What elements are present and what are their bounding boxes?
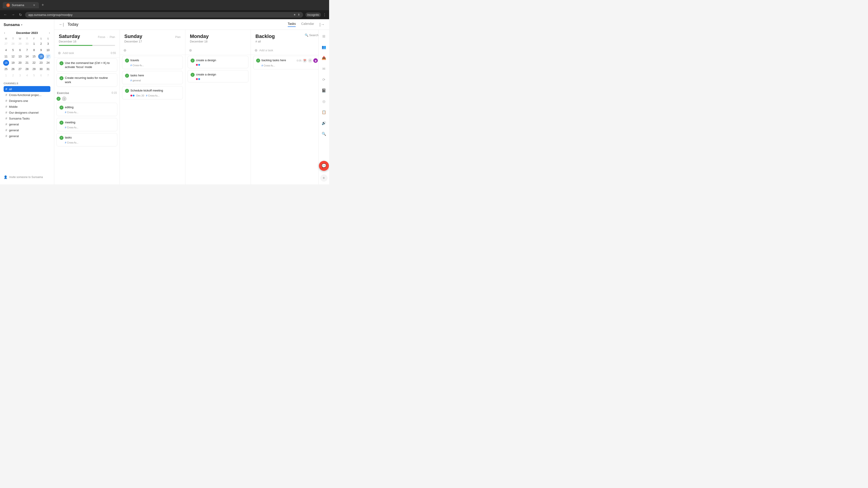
tab-tasks[interactable]: Tasks (288, 22, 296, 27)
channel-general-2[interactable]: # general (4, 127, 51, 133)
saturday-task-meeting[interactable]: meeting # Cross-fu... (57, 118, 117, 131)
channel-sunsama-tasks[interactable]: # Sunsama Tasks (4, 116, 51, 121)
cal-day-18[interactable]: 18 (3, 60, 9, 66)
sunday-task-tasks-here[interactable]: tasks here # general (122, 71, 183, 84)
add-fab-btn[interactable]: + (320, 174, 328, 182)
cal-day-10[interactable]: 10 (45, 47, 51, 53)
cal-day-30[interactable]: 30 (24, 41, 30, 47)
target-icon[interactable]: ◎ (320, 98, 328, 105)
cal-day-15[interactable]: 15 (31, 54, 37, 59)
reload-btn[interactable]: ↻ (18, 12, 23, 18)
cal-day-14[interactable]: 14 (24, 54, 30, 59)
task-check-tasks[interactable] (59, 136, 64, 140)
cal-day-4[interactable]: 4 (3, 47, 9, 53)
cal-day-5[interactable]: 5 (10, 47, 16, 53)
cal-day-9[interactable]: 9 (38, 47, 44, 53)
inbox-icon[interactable]: 📥 (320, 54, 328, 61)
cal-day-n7[interactable]: 7 (45, 72, 51, 78)
cal-day-20[interactable]: 20 (17, 60, 23, 66)
channel-general-3[interactable]: # general (4, 133, 51, 139)
cal-day-n6[interactable]: 6 (38, 72, 44, 78)
cal-day-29[interactable]: 29 (17, 41, 23, 47)
forward-nav-btn[interactable]: → (10, 12, 16, 18)
cal-day-28b[interactable]: 28 (24, 66, 30, 72)
cal-day-29b[interactable]: 29 (31, 66, 37, 72)
task-check-design-2[interactable] (191, 73, 195, 77)
backlog-task-1[interactable]: backlog tasks here 0:05 📅 ⏱ ◉ # (253, 56, 318, 69)
exercise-check[interactable] (57, 97, 61, 101)
cal-day-30b[interactable]: 30 (38, 66, 44, 72)
task-check-design-1[interactable] (191, 59, 195, 63)
backlog-task-check[interactable] (256, 59, 260, 63)
cal-day-22[interactable]: 22 (31, 60, 37, 66)
mail-icon[interactable]: ✉ (320, 65, 328, 72)
cal-day-24[interactable]: 24 (45, 60, 51, 66)
cal-day-31[interactable]: 31 (45, 66, 51, 72)
people-icon[interactable]: 👥 (320, 43, 328, 51)
cal-next-btn[interactable]: › (48, 31, 51, 35)
chat-fab-btn[interactable]: 💬 (319, 161, 329, 171)
saturday-task-focus[interactable]: Use the command bar (Ctrl + K) to activa… (57, 59, 117, 72)
sunday-add-task-btn[interactable]: ⊕ (120, 46, 185, 55)
sunday-task-kickoff[interactable]: Schedule kickoff meeting Dec 20 # Cross-… (122, 86, 183, 99)
cal-day-8[interactable]: 8 (31, 47, 37, 53)
sync-icon[interactable]: ⟳ (320, 76, 328, 83)
profile-icon[interactable]: Incognito (305, 12, 321, 17)
task-check-kickoff[interactable] (125, 89, 129, 93)
invite-btn[interactable]: 👤 Invite someone to Sunsama (0, 173, 54, 181)
backlog-search-btn[interactable]: 🔍 Search (305, 33, 318, 37)
task-check-btn-2[interactable] (59, 76, 64, 80)
collapse-sidebar-btn[interactable]: ←| (59, 22, 64, 27)
cal-day-3[interactable]: 3 (45, 41, 51, 47)
cal-day-12[interactable]: 12 (10, 54, 16, 59)
cal-day-27[interactable]: 27 (3, 41, 9, 47)
grid-icon[interactable]: ⊞ (320, 33, 328, 40)
backlog-add-task-btn[interactable]: ⊕ Add a task (251, 46, 318, 55)
monday-task-design-1[interactable]: create a design (188, 56, 248, 68)
cal-day-16[interactable]: 16 (38, 54, 44, 59)
saturday-task-editing[interactable]: editing # Cross-fu... (57, 103, 117, 116)
channel-middle[interactable]: # Middle (4, 104, 51, 109)
cal-day-13[interactable]: 13 (17, 54, 23, 59)
monday-task-design-2[interactable]: create a design (188, 70, 248, 83)
cal-day-11[interactable]: 11 (3, 54, 9, 59)
cal-day-26[interactable]: 26 (10, 66, 16, 72)
saturday-add-task-btn[interactable]: ⊕ Add task 0:55 (54, 48, 120, 58)
cal-day-25[interactable]: 25 (3, 66, 9, 72)
channel-cross-functional[interactable]: # Cross-functional projec... (4, 92, 51, 98)
cal-day-2[interactable]: 2 (38, 41, 44, 47)
channel-all[interactable]: # all (4, 86, 51, 92)
channel-general-1[interactable]: # general (4, 121, 51, 127)
calendar-task-icon[interactable]: 📅 (303, 58, 307, 63)
cal-day-1[interactable]: 1 (31, 41, 37, 47)
channel-our-designers[interactable]: # Our designers channel (4, 109, 51, 116)
star-icon[interactable]: ★ (293, 13, 296, 16)
saturday-task-tasks[interactable]: tasks # Cross-fu... (57, 133, 117, 147)
volume-icon[interactable]: 🔊 (320, 119, 328, 127)
cal-day-n2[interactable]: 2 (10, 72, 16, 78)
cal-day-n1[interactable]: 1 (3, 72, 9, 78)
cal-day-28[interactable]: 28 (10, 41, 16, 47)
tab-close-btn[interactable]: ✕ (33, 4, 35, 7)
cal-day-n4[interactable]: 4 (24, 72, 30, 78)
menu-icon[interactable]: ⋮ (323, 13, 327, 17)
cal-day-21[interactable]: 21 (24, 60, 30, 66)
download-icon[interactable]: ⬇ (298, 13, 300, 16)
saturday-focus-btn[interactable]: Focus (98, 35, 105, 39)
cal-day-n3[interactable]: 3 (17, 72, 23, 78)
clock-task-icon[interactable]: ⏱ (308, 58, 312, 63)
sunday-task-travels[interactable]: travels # Cross-fu... (122, 56, 183, 69)
cal-day-n5[interactable]: 5 (31, 72, 37, 78)
title-chevron-icon[interactable]: ▾ (21, 23, 22, 26)
saturday-task-recurring[interactable]: Create recurring tasks for routine work (57, 73, 117, 87)
sunday-plan-btn[interactable]: Plan (175, 35, 181, 39)
task-check-meeting[interactable] (59, 121, 64, 125)
cal-day-6[interactable]: 6 (17, 47, 23, 53)
purple-task-icon[interactable]: ◉ (313, 58, 318, 63)
cal-day-7[interactable]: 7 (24, 47, 30, 53)
task-check-travels[interactable] (125, 59, 129, 63)
address-bar[interactable]: app.sunsama.com/group/moodjoy ★ ⬇ (25, 12, 303, 18)
expand-btn[interactable]: |→ (319, 22, 324, 27)
today-btn[interactable]: Today (68, 22, 79, 27)
tab-calendar[interactable]: Calendar (301, 22, 314, 27)
